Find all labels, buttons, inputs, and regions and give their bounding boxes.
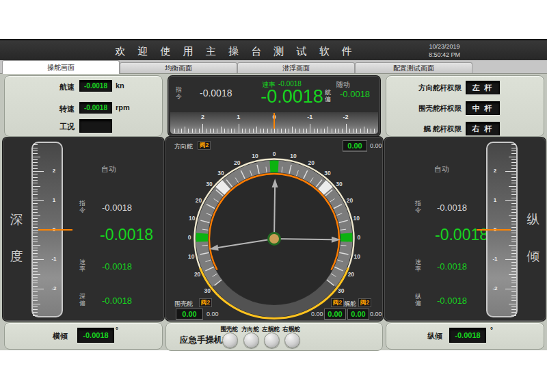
authority-row2-label: 围壳舵杆权限 [399,104,462,114]
heading-mode-label: 随动 [336,80,350,90]
pitch-dev-value: -0.0018 [437,296,467,306]
slider-tick-label: -2 [489,285,501,291]
pitch-dev-label: 纵偏 [414,293,422,306]
gauge-tick-label: 30 [217,170,224,177]
condition-value [79,119,112,133]
gauge-tick-label: 10 [353,215,360,222]
heading-cmd-value: -0.0018 [200,88,232,99]
depth-dev-value: -0.0018 [102,296,132,306]
gauge-tick-label: 10 [189,215,196,222]
speed-value: -0.0018 [79,80,112,92]
tab-steering[interactable]: 操舵画面 [2,60,120,74]
depth-rate-value: -0.0018 [102,261,132,272]
pitch-rate-value: -0.0018 [437,261,467,272]
heading-ruler[interactable]: 210-1-2 [170,112,378,134]
authority-row1-label: 方向舵杆权限 [399,83,462,93]
rpm-value: -0.0018 [79,102,112,114]
authority-panel: 方向舵杆权限 左 杆 围壳舵杆权限 中 杆 艉 舵杆权限 右 杆 [386,75,544,137]
gauge-ring-segment [269,161,278,173]
depth-dev-label: 深偏 [79,293,86,306]
authority-row3-label: 艉 舵杆权限 [399,125,462,134]
tab-balance[interactable]: 均衡画面 [120,62,237,73]
slider-pointer-marker [477,229,511,231]
stern-rudder-valve-left-badge: 阀2 [331,298,344,307]
depth-rate-label: 速率 [79,259,86,272]
heading-dev-value: -0.0018 [340,89,370,99]
slider-tick-label: 2 [48,168,60,174]
main-area: 航速 -0.0018 kn 转速 -0.0018 rpm 工况 指令 -0.00… [0,73,547,350]
gauge-tick-label: 20 [308,159,315,166]
gauge-needle [274,186,275,239]
emergency-button-right-stern[interactable] [284,332,300,348]
heading-dev-label: 航偏 [324,89,332,103]
pitch-panel: 自动 指令 -0.0018 -0.0018 速率 -0.0018 纵偏 -0.0… [384,138,546,321]
gauge-ring-segment [341,233,353,241]
bow-rudder-valve-badge: 阀2 [198,141,211,150]
condition-label: 工况 [49,122,75,132]
stern-rudder-white-left-value: 0.00 [311,311,323,317]
pitch-title: 纵倾 [526,201,541,275]
gauge-tick-label: 10 [188,253,195,260]
heading-main-value: -0.0018 [251,86,333,107]
emergency-panel: 应急手操机构 围壳舵 方向舵 左艉舵 右艉舵 [165,322,383,351]
speed-unit: kn [116,81,124,90]
pitch-slider[interactable]: 210-1-2 [486,142,518,317]
bow-rudder-white-value: 0.00 [370,142,382,149]
depth-main-value: -0.0018 [100,226,153,244]
pitch-mode-label: 自动 [434,164,449,174]
emergency-button-sail-rudder[interactable] [222,332,238,348]
clock: 10/23/2019 8:50:42 PM [410,42,479,59]
pitch-cmd-value: -0.0018 [437,202,467,213]
depth-cmd-value: -0.0018 [102,202,132,213]
stern-rudder-green-right-display: 0.00 [347,309,369,319]
depth-title: 深度 [9,201,24,275]
roll-label: 横倾 [53,331,68,341]
tab-config[interactable]: 配置测试画面 [355,62,472,73]
gauge-tick-label: 0 [188,234,191,241]
gauge-tick-label: 30 [324,170,331,177]
emergency-button-left-stern[interactable] [264,332,280,348]
depth-cmd-label: 指令 [79,200,86,213]
trim-unit: ° [490,326,493,334]
depth-slider[interactable]: 210-1-2 [31,142,63,317]
gauge-tick-label: 20 [348,271,355,278]
gauge-tick-label: 10 [354,253,361,260]
slider-tick-label: -1 [489,256,501,262]
rudder-panel: 302010010203030201001020303020100102030 … [165,137,383,321]
authority-row2-value: 中 杆 [466,101,500,115]
gauge-tick-label: 20 [194,271,201,278]
date-text: 10/23/2019 [410,42,479,51]
ruler-tick-label: -1 [304,114,315,120]
gauge-tick-label: 20 [234,159,241,166]
roll-panel: 横倾 -0.0018 ° [4,322,163,350]
screen: 欢 迎 使 用 主 操 台 测 试 软 件 10/23/2019 8:50:42… [0,0,547,392]
titlebar: 欢 迎 使 用 主 操 台 测 试 软 件 10/23/2019 8:50:42… [0,39,547,62]
gauge-tick-label: 30 [336,181,343,187]
stern-rudder-white-right-value: 0.00 [370,311,382,317]
gauge-needle [274,239,333,239]
ruler-pointer-marker [274,113,275,129]
gauge-tick-label: 30 [206,181,213,187]
ruler-tick-label: -2 [341,114,351,120]
gauge-tick-label: 0 [358,234,361,241]
tab-bar: 操舵画面 均衡画面 潜浮画面 配置测试画面 [0,60,547,74]
sail-rudder-white-value: 0.00 [206,311,219,317]
time-text: 8:50:42 PM [410,51,479,59]
emergency-button-bow-rudder[interactable] [243,332,259,348]
speed-panel: 航速 -0.0018 kn 转速 -0.0018 rpm 工况 [4,75,163,137]
gauge-tick-label: 10 [252,153,258,159]
bow-rudder-green-display: 0.00 [343,140,367,151]
stern-rudder-green-left-display: 0.00 [324,309,346,319]
gauge-tick-label: 20 [347,197,353,204]
sail-rudder-label: 围壳舵 [174,300,193,309]
gauge-tick-label: 0 [273,151,276,157]
stern-rudder-valve-right-badge: 阀2 [358,298,371,307]
gauge-tick-label: 30 [204,287,211,294]
slider-pointer-marker [38,229,72,231]
roll-value: -0.0018 [77,328,114,343]
gauge-ring-segment [196,233,209,241]
bow-rudder-label: 方向舵 [174,142,193,151]
tab-dive[interactable]: 潜浮画面 [237,62,355,73]
heading-panel: 指令 -0.0018 速率 -0.0018 -0.0018 航偏 随动 -0.0… [168,76,380,136]
slider-tick-label: -1 [48,256,60,262]
